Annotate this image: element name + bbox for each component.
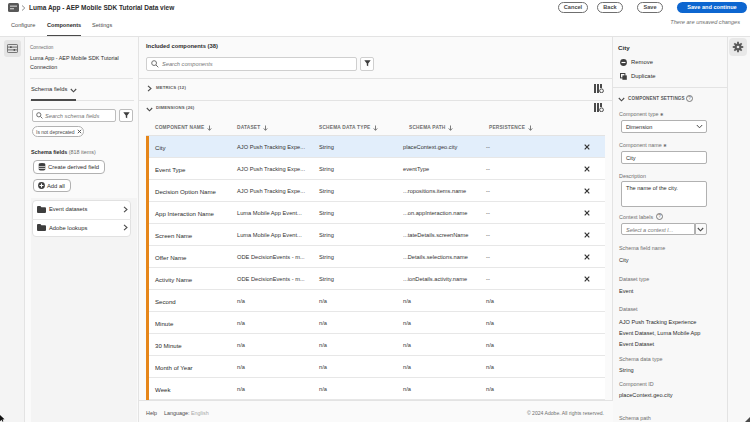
svg-text:?: ? (688, 96, 691, 101)
svg-text:?: ? (658, 214, 661, 219)
